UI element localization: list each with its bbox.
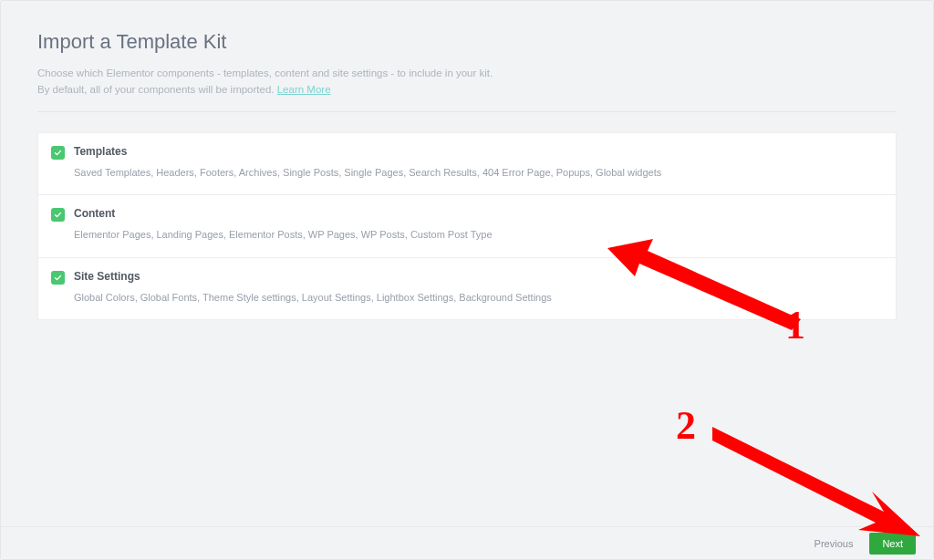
next-button[interactable]: Next	[869, 533, 916, 555]
page-title: Import a Template Kit	[37, 30, 897, 54]
option-desc: Saved Templates, Headers, Footers, Archi…	[74, 165, 661, 181]
page-desc: Choose which Elementor components - temp…	[37, 65, 897, 111]
option-row-site-settings: Site Settings Global Colors, Global Font…	[38, 258, 896, 320]
annotation-arrow-2	[712, 420, 922, 539]
desc-line1: Choose which Elementor components - temp…	[37, 67, 493, 78]
checkbox-site-settings[interactable]	[51, 271, 65, 285]
option-row-templates: Templates Saved Templates, Headers, Foot…	[38, 133, 896, 196]
check-icon	[54, 211, 62, 219]
divider	[37, 111, 897, 112]
option-desc: Global Colors, Global Fonts, Theme Style…	[74, 290, 552, 306]
annotation-label-2: 2	[676, 402, 696, 449]
checkbox-templates[interactable]	[51, 146, 65, 160]
checkbox-content[interactable]	[51, 208, 65, 222]
option-row-content: Content Elementor Pages, Landing Pages, …	[38, 195, 896, 258]
option-title: Site Settings	[74, 270, 552, 283]
desc-line2: By default, all of your components will …	[37, 84, 277, 95]
import-options-card: Templates Saved Templates, Headers, Foot…	[37, 132, 897, 321]
option-title: Templates	[74, 145, 661, 158]
option-title: Content	[74, 207, 493, 220]
check-icon	[54, 274, 62, 282]
footer-bar: Previous Next	[1, 526, 933, 559]
previous-button[interactable]: Previous	[804, 533, 865, 555]
option-desc: Elementor Pages, Landing Pages, Elemento…	[74, 227, 493, 243]
learn-more-link[interactable]: Learn More	[277, 84, 331, 95]
svg-marker-1	[712, 427, 920, 536]
check-icon	[54, 149, 62, 157]
